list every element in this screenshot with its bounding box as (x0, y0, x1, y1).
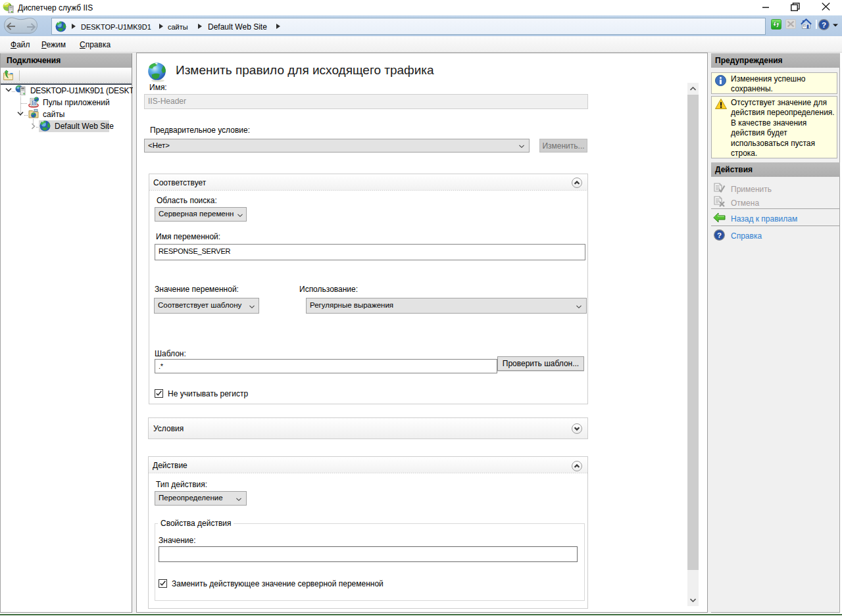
svg-text:?: ? (717, 231, 722, 239)
svg-text:?: ? (822, 21, 826, 29)
